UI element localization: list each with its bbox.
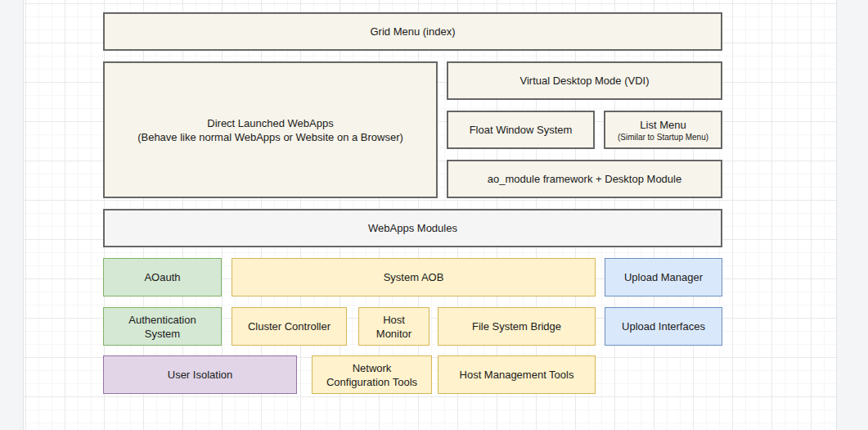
shape-label: File System Bridge: [472, 319, 561, 333]
shape-network-configuration-tools[interactable]: Network Configuration Tools: [312, 355, 432, 394]
shape-label: ao_module framework + Desktop Module: [488, 172, 681, 186]
shape-upload-manager[interactable]: Upload Manager: [605, 258, 722, 296]
drawio-page: { "diagram": { "boxes": { "grid_menu": {…: [0, 0, 868, 430]
shape-label: List Menu: [640, 118, 686, 132]
shape-label: Virtual Desktop Mode (VDI): [520, 74, 650, 88]
shape-label-line2: Monitor: [376, 327, 412, 341]
shape-label: User Isolation: [168, 368, 232, 382]
shape-label-line2: Configuration Tools: [326, 375, 417, 389]
shape-ao-module-framework[interactable]: ao_module framework + Desktop Module: [447, 160, 722, 198]
shape-webapps-modules[interactable]: WebApps Modules: [103, 209, 722, 247]
shape-cluster-controller[interactable]: Cluster Controller: [232, 307, 347, 346]
shape-system-aob[interactable]: System AOB: [232, 258, 596, 296]
shape-label: Direct Launched WebApps: [207, 116, 333, 130]
shape-upload-interfaces[interactable]: Upload Interfaces: [605, 307, 722, 346]
shape-label: Upload Manager: [624, 270, 703, 284]
shape-label: Network: [353, 361, 392, 375]
shape-label: WebApps Modules: [368, 221, 457, 235]
shape-label-line2: System: [145, 327, 180, 341]
shape-label: Grid Menu (index): [370, 25, 455, 38]
shape-label: Upload Interfaces: [622, 319, 705, 333]
shape-sublabel: (Similar to Startup Menu): [618, 132, 708, 143]
shape-label: AOauth: [144, 270, 180, 284]
shape-list-menu[interactable]: List Menu (Similar to Startup Menu): [604, 111, 722, 149]
shape-host-monitor[interactable]: Host Monitor: [358, 307, 430, 346]
shape-grid-menu[interactable]: Grid Menu (index): [103, 12, 722, 51]
shape-label: Host Management Tools: [460, 368, 574, 382]
shape-label: Cluster Controller: [248, 319, 331, 333]
shape-authentication-system[interactable]: Authentication System: [103, 307, 222, 346]
shape-direct-launched-webapps[interactable]: Direct Launched WebApps (Behave like nor…: [103, 61, 438, 198]
shape-host-management-tools[interactable]: Host Management Tools: [438, 355, 596, 394]
shape-file-system-bridge[interactable]: File System Bridge: [438, 307, 596, 346]
shape-user-isolation[interactable]: User Isolation: [103, 355, 297, 394]
shape-label: System AOB: [384, 270, 444, 284]
shape-label: Authentication: [128, 313, 196, 327]
shape-sublabel: (Behave like normal WebApps or Website o…: [137, 130, 403, 144]
shape-aoauth[interactable]: AOauth: [103, 258, 222, 296]
shape-label: Float Window System: [470, 123, 573, 137]
shape-float-window-system[interactable]: Float Window System: [447, 111, 595, 149]
shape-virtual-desktop-mode[interactable]: Virtual Desktop Mode (VDI): [447, 61, 722, 100]
shape-label: Host: [383, 313, 405, 327]
